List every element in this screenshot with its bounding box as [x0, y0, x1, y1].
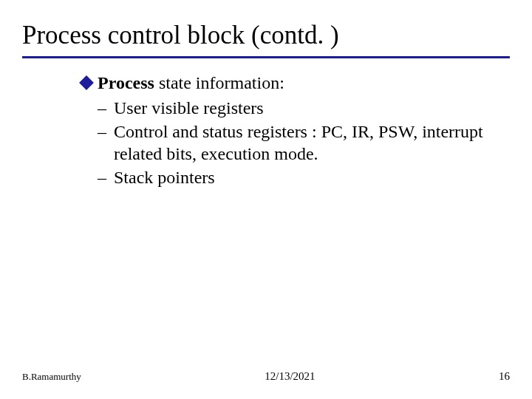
sub-list: – User visible registers – Control and s…	[81, 97, 488, 188]
lead-bold: Process	[98, 73, 154, 92]
lead-rest: state information:	[154, 73, 284, 92]
dash-icon: –	[98, 97, 114, 119]
footer-author: B.Ramamurthy	[22, 371, 81, 383]
list-item-text: User visible registers	[114, 97, 488, 119]
list-item: – Control and status registers : PC, IR,…	[98, 120, 488, 165]
list-item-text: Stack pointers	[114, 166, 488, 188]
slide-content: Process state information: – User visibl…	[0, 58, 532, 188]
diamond-icon	[79, 75, 94, 90]
footer: B.Ramamurthy 12/13/2021 16	[0, 370, 532, 383]
list-item: – Stack pointers	[98, 166, 488, 188]
footer-date: 12/13/2021	[81, 370, 499, 383]
list-item: – User visible registers	[98, 97, 488, 119]
lead-bullet: Process state information:	[81, 72, 488, 94]
dash-icon: –	[98, 120, 114, 143]
slide-title: Process control block (contd. )	[22, 21, 510, 50]
list-item-text: Control and status registers : PC, IR, P…	[114, 120, 488, 165]
lead-text: Process state information:	[98, 72, 284, 94]
footer-page: 16	[499, 370, 510, 383]
dash-icon: –	[98, 166, 114, 188]
